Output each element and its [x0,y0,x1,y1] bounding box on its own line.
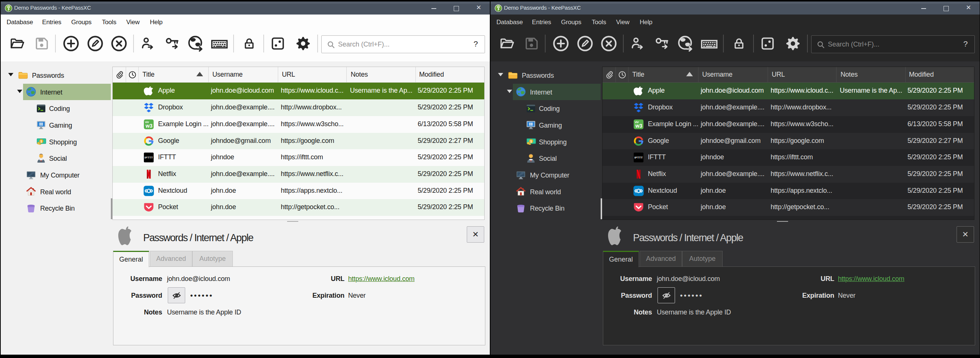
svg-text:IFTTT: IFTTT [635,156,643,159]
svg-text:IFTTT: IFTTT [145,156,153,159]
svg-text:1: 1 [530,139,532,143]
svg-text:w3: w3 [145,123,153,129]
svg-text:w3: w3 [635,123,642,129]
svg-text:1: 1 [40,139,42,143]
